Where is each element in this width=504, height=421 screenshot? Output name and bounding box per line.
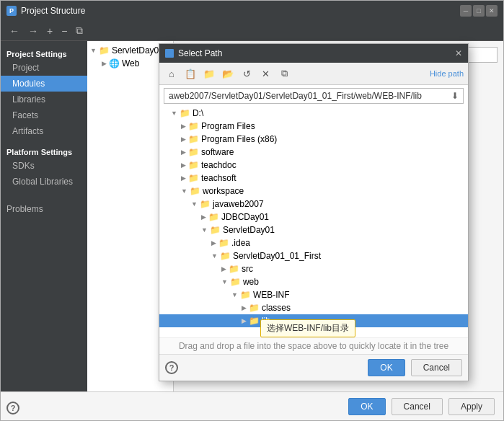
drag-drop-text: Drag and drop a file into the space abov… [179, 341, 448, 351]
file-tree-item[interactable]: ▼ 📁 D:\ [159, 107, 468, 120]
main-toolbar: ← → + − ⧉ [1, 21, 503, 41]
app-icon: P [6, 6, 17, 16]
sidebar-item-modules[interactable]: Modules [1, 76, 87, 92]
sidebar-item-sdks[interactable]: SDKs [1, 158, 87, 174]
expand-icon: ▼ [211, 252, 218, 260]
sidebar-item-libraries[interactable]: Libraries [1, 92, 87, 107]
drag-drop-hint: Drag and drop a file into the space abov… [159, 337, 468, 354]
file-tree-label: javaweb2007 [213, 199, 264, 209]
file-tree-item[interactable]: ▶ 📁 .idea [159, 236, 468, 249]
folder-icon: 📁 [190, 186, 200, 196]
file-tree-item[interactable]: ▼ 📁 WEB-INF [159, 288, 468, 301]
folder-icon: 📁 [188, 121, 199, 131]
dialog-bottom-right: OK Cancel [368, 359, 462, 376]
folder-button[interactable]: 📂 [220, 66, 236, 81]
file-tree-label: Program Files (x86) [201, 134, 277, 144]
folder-icon: 📁 [210, 225, 221, 235]
sidebar-item-global-libraries[interactable]: Global Libraries [1, 174, 87, 190]
cancel-button[interactable]: Cancel [392, 398, 443, 415]
file-tree-label: ServletDay01_01_First [233, 251, 321, 261]
file-tree-item[interactable]: ▼ 📁 ServletDay01 [159, 223, 468, 236]
select-path-dialog: Select Path ✕ ⌂ 📋 📁 📂 ↺ ✕ ⧉ Hide path aw… [159, 43, 469, 381]
folder-icon: 📁 [229, 264, 239, 274]
delete-button[interactable]: ✕ [257, 66, 273, 81]
maximize-button[interactable]: □ [473, 5, 485, 17]
ok-button[interactable]: OK [348, 398, 385, 415]
hide-path-link[interactable]: Hide path [430, 69, 464, 78]
remove-button[interactable]: − [58, 24, 70, 38]
window-title: Project Structure [21, 6, 85, 16]
minimize-button[interactable]: ─ [460, 5, 472, 17]
dialog-help-button[interactable]: ? [165, 361, 178, 374]
file-tree-item[interactable]: ▶ 📁 Program Files [159, 120, 468, 133]
sidebar: Project Settings Project Modules Librari… [1, 41, 87, 393]
folder-icon: 📁 [180, 108, 190, 118]
home-button[interactable]: ⌂ [164, 66, 180, 81]
refresh-button[interactable]: ↺ [239, 66, 255, 81]
title-bar: P Project Structure ─ □ ✕ [1, 1, 503, 21]
file-tree[interactable]: ▼ 📁 D:\ ▶ 📁 Program Files ▶ 📁 Program Fi… [159, 107, 468, 337]
close-button[interactable]: ✕ [486, 5, 498, 17]
file-tree-label: D:\ [193, 108, 203, 118]
sidebar-item-artifacts[interactable]: Artifacts [1, 123, 87, 139]
file-tree-item[interactable]: ▶ 📁 teachdoc [159, 159, 468, 172]
file-tree-item[interactable]: ▶ 📁 software [159, 146, 468, 159]
folder-icon: 📁 [200, 199, 211, 209]
dialog-cancel-button[interactable]: Cancel [411, 359, 462, 376]
file-tree-label: src [242, 264, 253, 274]
expand-icon: ▼ [231, 291, 238, 298]
expand-arrow: ▼ [90, 47, 97, 54]
file-tree-label: workspace [203, 186, 244, 196]
folder-icon: 📁 [218, 238, 229, 248]
web-icon: 🌐 [109, 58, 120, 68]
help-button[interactable]: ? [6, 402, 19, 415]
file-tree-item[interactable]: ▶ 📁 Program Files (x86) [159, 133, 468, 146]
folder-up-button[interactable]: 📁 [201, 66, 217, 81]
file-tree-item[interactable]: ▼ 📁 workspace [159, 185, 468, 198]
file-tree-item[interactable]: ▼ 📁 ServletDay01_01_First [159, 249, 468, 262]
sidebar-item-facets[interactable]: Facets [1, 107, 87, 123]
expand-icon: ▶ [242, 317, 247, 324]
forward-button[interactable]: → [25, 24, 41, 38]
file-tree-item[interactable]: ▼ 📁 javaweb2007 [159, 198, 468, 211]
copy-button[interactable]: ⧉ [73, 23, 86, 38]
file-tree-label: teachdoc [201, 160, 236, 170]
window-controls: ─ □ ✕ [460, 5, 498, 17]
expand-icon: ▼ [191, 200, 198, 208]
dialog-ok-button[interactable]: OK [368, 359, 404, 376]
copy-path-button[interactable]: ⧉ [276, 66, 292, 81]
file-tree-item[interactable]: ▶ 📁 teachsoft [159, 172, 468, 185]
expand-icon: ▶ [242, 304, 247, 311]
dialog-toolbar: ⌂ 📋 📁 📂 ↺ ✕ ⧉ Hide path [159, 63, 468, 85]
dialog-icon [165, 49, 174, 58]
folder-icon: 📁 [220, 251, 231, 261]
add-button[interactable]: + [44, 24, 56, 38]
expand-icon: ▶ [221, 265, 226, 272]
dialog-bottom: ? OK Cancel [159, 354, 468, 381]
expand-icon: ▼ [171, 110, 177, 117]
file-tree-item[interactable]: ▶ 📁 src [159, 262, 468, 275]
folder-icon: 📁 [188, 147, 199, 157]
file-tree-label: classes [262, 303, 291, 313]
file-tree-item[interactable]: ▶ 📁 JDBCDay01 [159, 211, 468, 223]
file-tree-label: JDBCDay01 [221, 212, 269, 222]
expand-icon: ▼ [221, 278, 228, 285]
expand-icon: ▼ [201, 226, 208, 234]
bottom-bar: ? OK Cancel Apply [1, 391, 503, 420]
file-tree-label: teachsoft [201, 173, 236, 183]
expand-icon: ▼ [181, 187, 187, 195]
sidebar-item-problems[interactable]: Problems [1, 201, 87, 217]
new-folder-button[interactable]: 📋 [182, 66, 198, 81]
title-bar-left: P Project Structure [6, 6, 85, 16]
path-expand-icon[interactable]: ⬇ [451, 91, 459, 101]
file-tree-item[interactable]: ▶ 📁 classes [159, 301, 468, 314]
tooltip: 选择WEB-INF/lib目录 [260, 319, 355, 337]
expand-icon: ▶ [201, 213, 206, 221]
dialog-close-button[interactable]: ✕ [455, 48, 462, 58]
back-button[interactable]: ← [6, 24, 22, 38]
tooltip-text: 选择WEB-INF/lib目录 [267, 323, 349, 333]
apply-button[interactable]: Apply [448, 398, 495, 415]
path-bar: aweb2007/ServletDay01/ServletDay01_01_Fi… [164, 88, 464, 104]
sidebar-item-project[interactable]: Project [1, 60, 87, 76]
file-tree-item[interactable]: ▼ 📁 web [159, 275, 468, 288]
